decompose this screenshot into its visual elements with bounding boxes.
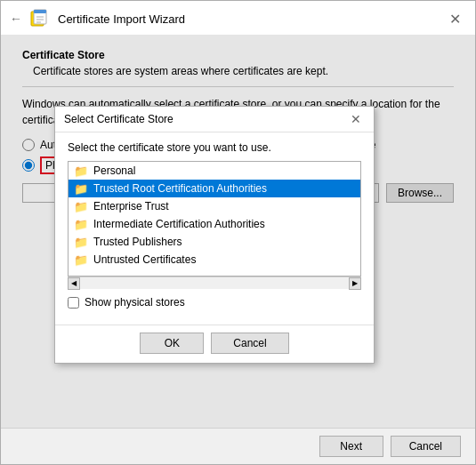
folder-icon: 📁 — [74, 164, 88, 178]
list-item-selected[interactable]: 📁 Trusted Root Certification Authorities — [69, 180, 360, 197]
select-cert-store-dialog: Select Certificate Store ✕ Select the ce… — [54, 106, 375, 364]
show-physical-checkbox[interactable] — [68, 297, 79, 309]
next-button[interactable]: Next — [319, 436, 383, 457]
folder-icon: 📁 — [74, 181, 88, 196]
list-item[interactable]: 📁 Enterprise Trust — [69, 197, 360, 215]
list-item-label: Untrusted Certificates — [93, 253, 196, 266]
dialog-title: Select Certificate Store — [64, 113, 173, 125]
cert-store-list[interactable]: 📁 Personal 📁 Trusted Root Certification … — [68, 161, 361, 277]
folder-icon: 📁 — [74, 199, 88, 213]
scroll-left-arrow[interactable]: ◀ — [68, 277, 80, 290]
horizontal-scrollbar[interactable]: ◀ ▶ — [68, 277, 361, 289]
list-item-label: Personal — [93, 164, 135, 177]
title-left: ← Certificate Import Wizard — [10, 8, 185, 29]
show-physical-label: Show physical stores — [85, 296, 185, 309]
scroll-track — [80, 277, 349, 289]
back-button[interactable]: ← — [10, 12, 22, 26]
dialog-content: Select the certificate store you want to… — [55, 132, 374, 325]
close-button[interactable]: ✕ — [444, 9, 466, 29]
folder-icon: 📁 — [74, 217, 88, 231]
show-physical-row: Show physical stores — [68, 296, 361, 309]
dialog-cancel-button[interactable]: Cancel — [211, 333, 288, 354]
folder-icon: 📁 — [74, 253, 88, 267]
dialog-description: Select the certificate store you want to… — [68, 141, 361, 154]
list-item[interactable]: 📁 Untrusted Certificates — [69, 251, 360, 269]
scroll-right-arrow[interactable]: ▶ — [349, 277, 361, 290]
wizard-window: ← Certificate Import Wizard ✕ Certificat… — [0, 0, 476, 465]
list-item-label: Trusted Root Certification Authorities — [93, 182, 267, 195]
content-area: Certificate Store Certificate stores are… — [1, 35, 475, 428]
window-footer: Next Cancel — [1, 428, 475, 464]
svg-rect-2 — [34, 10, 46, 13]
dialog-overlay: Select Certificate Store ✕ Select the ce… — [1, 35, 475, 428]
dialog-footer: OK Cancel — [55, 325, 374, 363]
dialog-title-bar: Select Certificate Store ✕ — [55, 107, 374, 132]
ok-button[interactable]: OK — [140, 333, 204, 354]
dialog-close-button[interactable]: ✕ — [347, 112, 365, 126]
folder-icon: 📁 — [74, 235, 88, 249]
wizard-icon — [29, 8, 51, 29]
cancel-button[interactable]: Cancel — [391, 436, 461, 457]
list-item[interactable]: 📁 Personal — [69, 162, 360, 180]
list-item-label: Intermediate Certification Authorities — [93, 218, 265, 230]
window-title: Certificate Import Wizard — [58, 12, 185, 26]
list-item[interactable]: 📁 Trusted Publishers — [69, 233, 360, 251]
list-item[interactable]: 📁 Intermediate Certification Authorities — [69, 215, 360, 233]
list-item-label: Trusted Publishers — [93, 236, 182, 248]
title-bar: ← Certificate Import Wizard ✕ — [1, 1, 475, 35]
list-item-label: Enterprise Trust — [93, 200, 169, 212]
